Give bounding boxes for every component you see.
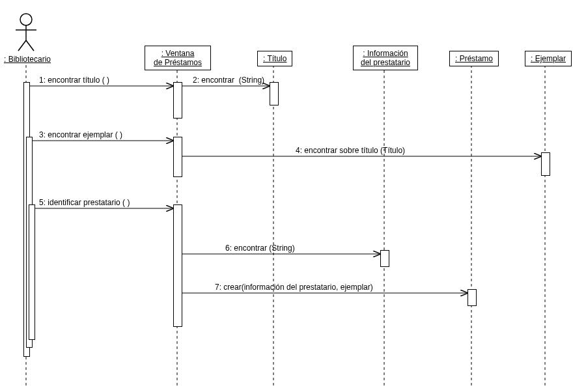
activation-ejemplar — [541, 152, 550, 176]
activation-actor-inner2 — [29, 204, 35, 340]
activation-ventana-3 — [173, 204, 182, 327]
svg-line-10 — [26, 40, 34, 51]
lifeline-head-titulo: : Título — [257, 51, 292, 66]
activation-prestamo — [467, 289, 477, 306]
message-5-label: 5: identificar prestatario ( ) — [39, 198, 130, 207]
message-1-label: 1: encontrar título ( ) — [39, 76, 109, 85]
message-2-label: 2: encontrar (String) — [193, 76, 264, 85]
message-4-label: 4: encontrar sobre título (Título) — [296, 146, 405, 155]
activation-info — [380, 250, 389, 267]
actor-icon — [16, 14, 36, 51]
activation-ventana-2 — [173, 137, 182, 177]
lifeline-head-prestamo: : Préstamo — [449, 51, 499, 66]
svg-line-9 — [18, 40, 26, 51]
svg-point-6 — [20, 14, 32, 25]
lifeline-head-info: : Información del prestatario — [353, 46, 418, 70]
message-7-label: 7: crear(información del prestatario, ej… — [215, 283, 373, 292]
activation-ventana-1 — [173, 82, 182, 119]
sequence-diagram: : Bibliotecario : Ventana de Préstamos :… — [0, 0, 586, 392]
lifeline-head-ejemplar: : Ejemplar — [525, 51, 572, 66]
activation-titulo — [270, 82, 279, 105]
actor-label: : Bibliotecario — [4, 55, 51, 64]
lifeline-head-ventana: : Ventana de Préstamos — [145, 46, 211, 70]
message-3-label: 3: encontrar ejemplar ( ) — [39, 130, 122, 139]
message-6-label: 6: encontrar (String) — [225, 244, 295, 253]
